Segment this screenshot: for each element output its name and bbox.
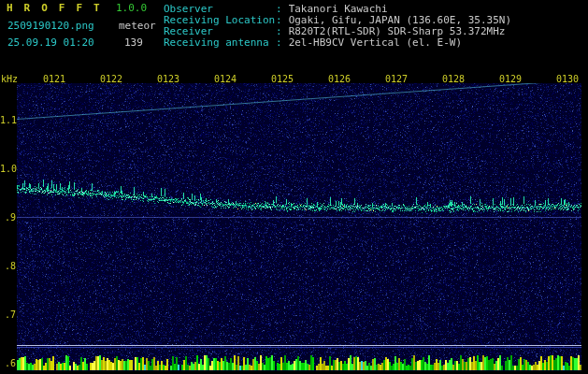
- spectrogram-canvas: [0, 0, 588, 374]
- y-axis-tick-label: .9: [0, 212, 16, 223]
- observation-mode-label: meteor: [119, 21, 156, 31]
- station-info-row: Receiver:R820T2(RTL-SDR) SDR-Sharp 53.37…: [164, 26, 505, 36]
- station-info-value: 2el-HB9CV Vertical (el. E-W): [289, 36, 462, 49]
- x-axis-tick-label: 0125: [271, 74, 294, 84]
- x-axis-tick-label: 0122: [100, 74, 122, 84]
- station-info-label: Receiving Location: [164, 15, 276, 25]
- app-title: HROFFT: [7, 3, 111, 13]
- station-info-row: Receiving antenna:2el-HB9CV Vertical (el…: [164, 37, 462, 48]
- station-info-label: Observer: [164, 4, 276, 14]
- station-info-row: Observer:Takanori Kawachi: [164, 4, 388, 14]
- observation-datetime: 25.09.19 01:20: [7, 37, 94, 48]
- y-axis-tick-label: .8: [0, 261, 16, 271]
- y-axis-tick-label: .7: [0, 309, 16, 320]
- x-axis-tick-label: 0127: [385, 74, 408, 84]
- station-info-colon: :: [276, 36, 282, 49]
- x-axis-tick-label: 0121: [43, 74, 65, 84]
- output-filename: 2509190120.png: [7, 21, 94, 31]
- y-axis-unit-label: kHz: [1, 74, 18, 84]
- y-axis-tick-label: .6: [0, 358, 16, 368]
- meteor-count: 139: [124, 37, 143, 48]
- station-info-row: Receiving Location:Ogaki, Gifu, JAPAN (1…: [164, 15, 511, 25]
- y-axis-tick-label: 1.0: [0, 164, 16, 174]
- station-info-label: Receiving antenna: [164, 37, 276, 48]
- x-axis-tick-label: 0126: [328, 74, 351, 84]
- station-info-label: Receiver: [164, 26, 276, 36]
- app-version: 1.0.0: [116, 3, 147, 13]
- hrofft-output-image: HROFFT 1.0.0 2509190120.png meteor 25.09…: [0, 0, 588, 374]
- x-axis-tick-label: 0130: [556, 74, 579, 84]
- y-axis-tick-label: 1.1: [0, 115, 16, 125]
- x-axis-tick-label: 0124: [214, 74, 237, 84]
- x-axis-tick-label: 0123: [157, 74, 179, 84]
- x-axis-tick-label: 0128: [442, 74, 465, 84]
- x-axis-tick-label: 0129: [499, 74, 522, 84]
